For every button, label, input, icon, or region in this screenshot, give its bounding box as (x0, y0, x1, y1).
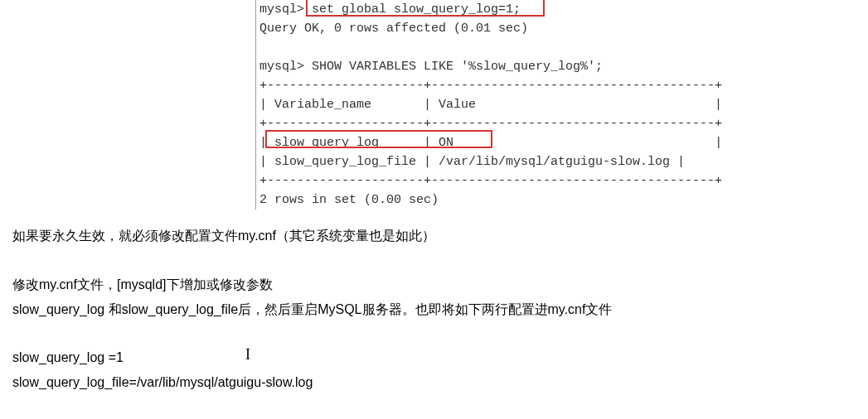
mysql-terminal-output: mysql> set global slow_query_log=1; Quer… (255, 0, 722, 210)
rows-summary: 2 rows in set (0.00 sec) (259, 193, 439, 207)
paragraph-modify-mycnf: 修改my.cnf文件，[mysqld]下增加或修改参数 (12, 275, 273, 295)
text-cursor-icon: I (245, 346, 250, 364)
table-border: +---------------------+-----------------… (259, 174, 722, 188)
config-line-slow-query-log-file: slow_query_log_file=/var/lib/mysql/atgui… (12, 373, 313, 393)
table-border: +---------------------+-----------------… (259, 79, 722, 93)
paragraph-restart-mysql: slow_query_log 和slow_query_log_file后，然后重… (12, 300, 612, 320)
prompt: mysql> (259, 2, 304, 17)
sql-show-variables: mysql> SHOW VARIABLES LIKE '%slow_query_… (259, 60, 603, 74)
config-line-slow-query-log: slow_query_log =1 (12, 348, 124, 368)
sql-command: set global slow_query_log=1; (304, 2, 521, 17)
paragraph-permanent-effect: 如果要永久生效，就必须修改配置文件my.cnf（其它系统变量也是如此） (12, 226, 435, 246)
slow-query-log-value: ON (431, 136, 468, 150)
query-result: Query OK, 0 rows affected (0.01 sec) (259, 22, 528, 36)
slow-query-log-var: slow_query_log (267, 136, 424, 150)
table-border: +---------------------+-----------------… (259, 117, 722, 131)
table-header: | Variable_name | Value | (259, 98, 722, 112)
slow-query-log-file-row: | slow_query_log_file | /var/lib/mysql/a… (259, 155, 685, 169)
